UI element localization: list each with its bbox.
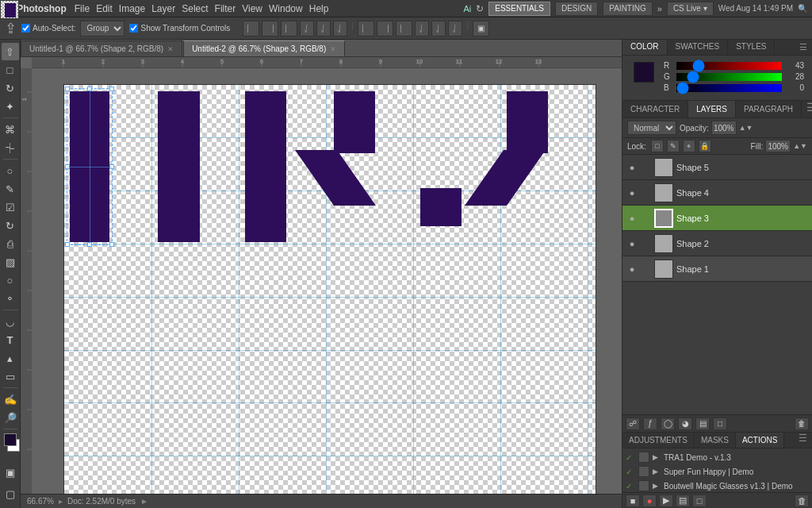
screen-mode[interactable]: ▢ bbox=[2, 485, 19, 502]
new-layer-btn[interactable]: □ bbox=[713, 418, 727, 430]
tab-untitled2[interactable]: Untitled-2 @ 66.7% (Shape 3, RGB/8) ✕ bbox=[183, 40, 345, 56]
actions-tab[interactable]: ACTIONS bbox=[736, 433, 784, 448]
shape-tool[interactable]: ▭ bbox=[2, 368, 19, 385]
arrange-btn[interactable]: ▣ bbox=[473, 21, 489, 37]
align-middle-btn[interactable]: ⎷ bbox=[316, 21, 331, 37]
quick-mask-mode[interactable]: ▣ bbox=[2, 464, 19, 481]
hand-tool[interactable]: ✍ bbox=[2, 391, 19, 408]
add-style-btn[interactable]: ƒ bbox=[643, 418, 657, 430]
opacity-input[interactable] bbox=[711, 121, 737, 135]
lock-transparent-btn[interactable]: □ bbox=[651, 140, 664, 152]
workspace-essentials[interactable]: ESSENTIALS bbox=[488, 2, 550, 16]
autoselect-checkbox[interactable] bbox=[21, 24, 30, 33]
layer-eye-shape2[interactable]: ● bbox=[626, 237, 638, 250]
layers-panel-menu[interactable]: ☰ bbox=[802, 101, 812, 117]
workspace-painting[interactable]: PAINTING bbox=[603, 2, 652, 16]
styles-tab[interactable]: STYLES bbox=[728, 40, 775, 55]
fill-input[interactable] bbox=[765, 140, 791, 152]
distribute-top-btn[interactable]: ⎷ bbox=[415, 21, 429, 37]
menu-help[interactable]: Help bbox=[309, 3, 329, 14]
green-slider[interactable] bbox=[676, 73, 782, 81]
tab-1-close[interactable]: ✕ bbox=[167, 45, 174, 53]
gradient-tool[interactable]: ▨ bbox=[2, 253, 19, 271]
layer-row-shape3[interactable]: ● Shape 3 bbox=[622, 206, 812, 231]
fill-stepper[interactable]: ▲▼ bbox=[793, 142, 807, 150]
more-workspaces[interactable]: » bbox=[657, 4, 662, 13]
paragraph-tab[interactable]: PARAGRAPH bbox=[736, 101, 802, 117]
new-adj-layer-btn[interactable]: ◕ bbox=[678, 418, 692, 430]
clone-stamp-tool[interactable]: ☑ bbox=[2, 198, 19, 216]
workspace-design[interactable]: DESIGN bbox=[555, 2, 598, 16]
action-expand-tra1[interactable]: ▶ bbox=[653, 453, 661, 461]
brush-tool[interactable]: ✎ bbox=[2, 180, 19, 198]
add-mask-btn[interactable]: ◯ bbox=[661, 418, 675, 430]
blur-tool[interactable]: ○ bbox=[2, 271, 19, 289]
menu-edit[interactable]: Edit bbox=[96, 3, 113, 14]
delete-action-btn[interactable]: 🗑 bbox=[795, 495, 809, 507]
doc-size-arrow[interactable]: ► bbox=[140, 497, 148, 506]
foreground-color[interactable] bbox=[4, 433, 17, 446]
align-top-btn[interactable]: ⎷ bbox=[300, 21, 314, 37]
swatches-tab[interactable]: SWATCHES bbox=[668, 40, 729, 55]
zoom-tool[interactable]: 🔎 bbox=[2, 409, 19, 426]
transform-controls-checkbox[interactable] bbox=[129, 24, 138, 33]
eyedropper-tool[interactable]: ⏆ bbox=[2, 139, 19, 156]
distribute-bottom-btn[interactable]: ⎷ bbox=[448, 21, 462, 37]
dodge-tool[interactable]: ⚬ bbox=[2, 290, 19, 307]
lock-position-btn[interactable]: ⌖ bbox=[683, 140, 695, 152]
layers-list[interactable]: ● Shape 5 ● Shape 4 bbox=[622, 155, 812, 414]
color-panel-close[interactable]: ☰ bbox=[795, 40, 812, 55]
align-right-btn[interactable]: ⎸ bbox=[281, 21, 297, 37]
action-row-boutwell[interactable]: ✓ ▶ Boutwell Magic Glasses v1.3 | Demo bbox=[622, 479, 812, 492]
play-action-btn[interactable]: ▶ bbox=[659, 495, 673, 507]
distribute-middle-btn[interactable]: ⎷ bbox=[431, 21, 446, 37]
lasso-tool[interactable]: ↻ bbox=[2, 79, 19, 97]
lock-image-btn[interactable]: ✎ bbox=[667, 140, 680, 152]
layer-row-shape5[interactable]: ● Shape 5 bbox=[622, 155, 812, 180]
masks-tab[interactable]: MASKS bbox=[695, 433, 736, 448]
cs-live-btn[interactable]: CS Live ▾ bbox=[667, 2, 714, 16]
history-brush-tool[interactable]: ↻ bbox=[2, 217, 19, 234]
new-group-btn[interactable]: ▤ bbox=[695, 418, 710, 430]
stop-action-btn[interactable]: ■ bbox=[626, 495, 640, 507]
canvas-document[interactable] bbox=[63, 84, 596, 494]
align-bottom-btn[interactable]: ⎷ bbox=[333, 21, 347, 37]
record-action-btn[interactable]: ● bbox=[642, 495, 657, 507]
new-set-btn[interactable]: ▤ bbox=[676, 495, 690, 507]
opacity-stepper[interactable]: ▲▼ bbox=[739, 124, 753, 132]
lock-all-btn[interactable]: 🔒 bbox=[699, 140, 711, 152]
tab-untitled1[interactable]: Untitled-1 @ 66.7% (Shape 2, RGB/8) ✕ bbox=[21, 40, 182, 56]
blend-mode-select[interactable]: Normal Multiply Screen bbox=[627, 121, 676, 135]
search-icon[interactable]: 🔍 bbox=[798, 4, 807, 13]
link-layers-btn[interactable]: ☍ bbox=[626, 418, 640, 430]
sel-handle-bl[interactable] bbox=[65, 242, 70, 247]
color-tab[interactable]: COLOR bbox=[622, 40, 668, 55]
menu-layer[interactable]: Layer bbox=[151, 3, 175, 14]
layer-eye-shape1[interactable]: ● bbox=[626, 263, 638, 275]
sel-handle-br[interactable] bbox=[109, 242, 114, 247]
sync-icon[interactable]: ↻ bbox=[476, 3, 484, 14]
crop-tool[interactable]: ⌘ bbox=[2, 121, 19, 138]
magic-wand-tool[interactable]: ✦ bbox=[2, 98, 19, 115]
menu-window[interactable]: Window bbox=[269, 3, 303, 14]
canvas-wrapper[interactable]: 1 2 3 4 5 6 7 8 9 10 11 12 13 bbox=[21, 57, 622, 494]
layer-eye-shape5[interactable]: ● bbox=[626, 161, 638, 174]
type-tool[interactable]: T bbox=[2, 331, 19, 348]
layer-row-shape2[interactable]: ● Shape 2 bbox=[622, 231, 812, 256]
sel-handle-mr[interactable] bbox=[109, 164, 114, 169]
new-action-btn[interactable]: □ bbox=[692, 495, 707, 507]
layer-eye-shape4[interactable]: ● bbox=[626, 187, 638, 199]
layer-row-shape1[interactable]: ● Shape 1 bbox=[622, 256, 812, 282]
menu-image[interactable]: Image bbox=[119, 3, 145, 14]
character-tab[interactable]: CHARACTER bbox=[622, 101, 688, 117]
color-preview[interactable] bbox=[634, 62, 654, 83]
menu-select[interactable]: Select bbox=[182, 3, 208, 14]
eraser-tool[interactable]: ⎙ bbox=[2, 235, 19, 252]
red-slider[interactable] bbox=[676, 62, 782, 70]
align-center-btn[interactable]: ⎹ bbox=[262, 21, 278, 37]
delete-layer-btn[interactable]: 🗑 bbox=[795, 418, 809, 430]
menu-view[interactable]: View bbox=[242, 3, 262, 14]
selection-tool[interactable]: □ bbox=[2, 61, 19, 79]
distribute-center-btn[interactable]: ⎹ bbox=[377, 21, 393, 37]
path-selection-tool[interactable]: ▴ bbox=[2, 349, 19, 367]
